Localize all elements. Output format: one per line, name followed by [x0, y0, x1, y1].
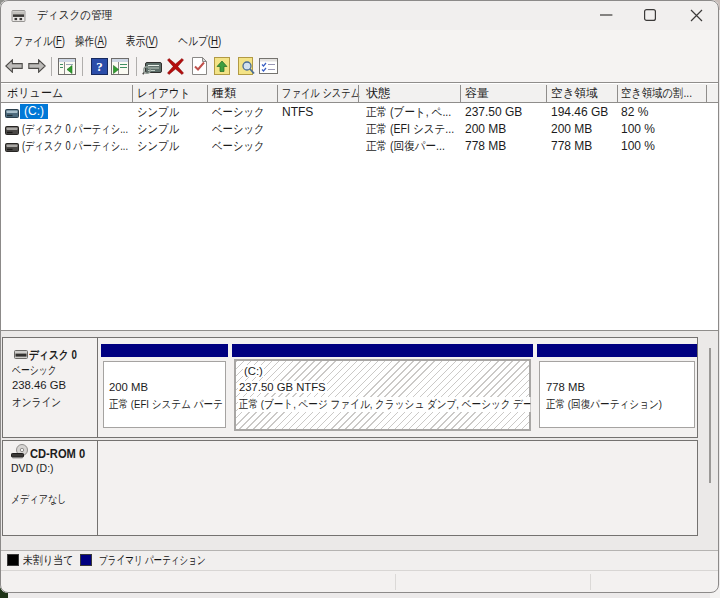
cdrom-row: [2, 440, 698, 536]
cell-layout: シンプル: [137, 104, 179, 121]
disk0-type: ベーシック: [12, 363, 57, 378]
column-header-free[interactable]: 空き領域: [551, 84, 598, 102]
column-header-type[interactable]: 種類: [212, 84, 236, 102]
statusbar: [0, 571, 719, 592]
cell-free: 194.46 GB: [551, 104, 608, 121]
column-divider[interactable]: [132, 85, 133, 102]
volume-row-recovery[interactable]: (ディスク 0 パーティシ... シンプル ベーシック 正常 (回復パー... …: [0, 138, 718, 155]
cell-free: 200 MB: [551, 121, 592, 138]
column-divider[interactable]: [277, 85, 278, 102]
column-header-status[interactable]: 状態: [366, 84, 390, 102]
column-header-volume[interactable]: ボリューム: [7, 84, 63, 102]
document-check-icon[interactable]: [192, 57, 207, 75]
legend-label-primary: プライマリ パーティション: [99, 551, 206, 570]
svg-text:?: ?: [96, 59, 103, 74]
help-icon[interactable]: ?: [91, 58, 108, 75]
partition-efi[interactable]: [103, 361, 226, 428]
volume-row-efi[interactable]: (ディスク 0 パーティシ... シンプル ベーシック 正常 (EFI システ.…: [0, 121, 718, 138]
panel-divider: [97, 441, 98, 535]
partition-efi-band: [101, 344, 228, 357]
show-action-pane-icon[interactable]: [111, 58, 129, 75]
menu-view[interactable]: 表示(V): [126, 30, 158, 52]
volume-row-c[interactable]: (C:) シンプル ベーシック NTFS 正常 (ブート, ペ... 237.5…: [0, 104, 718, 121]
disk0-status: オンライン: [12, 395, 61, 410]
cell-type: ベーシック: [212, 138, 265, 155]
scrollbar-thumb[interactable]: [709, 348, 711, 483]
cell-filesystem: NTFS: [282, 104, 313, 121]
column-divider[interactable]: [460, 85, 461, 102]
legend-swatch-unallocated: [7, 554, 19, 566]
toolbar-separator: [51, 57, 52, 76]
folder-up-icon[interactable]: [214, 57, 230, 75]
app-icon: [11, 10, 26, 22]
toolbar-separator: [136, 57, 137, 76]
cdrom-name[interactable]: CD-ROM 0: [30, 447, 85, 461]
back-icon[interactable]: [5, 59, 23, 73]
disk0-size: 238.46 GB: [12, 379, 66, 391]
cell-layout: シンプル: [137, 138, 179, 155]
close-button[interactable]: [674, 0, 718, 30]
column-divider[interactable]: [617, 85, 618, 102]
column-divider[interactable]: [706, 85, 707, 102]
document-search-icon[interactable]: [238, 57, 255, 75]
column-header-layout[interactable]: レイアウト: [137, 84, 190, 102]
volume-icon: [5, 143, 19, 152]
column-divider[interactable]: [207, 85, 208, 102]
partition-efi-status: 正常 (EFI システム パーテ: [109, 397, 223, 412]
cell-status: 正常 (EFI システ...: [366, 121, 454, 138]
partition-efi-size: 200 MB: [109, 381, 148, 393]
partition-recovery-status: 正常 (回復パーティション): [546, 397, 662, 412]
cell-layout: シンプル: [137, 121, 179, 138]
cell-free-pct: 100 %: [621, 121, 655, 138]
menu-file[interactable]: ファイル(F): [13, 30, 65, 52]
panel-divider: [97, 338, 98, 437]
statusbar-separator: [395, 574, 396, 590]
menu-help[interactable]: ヘルプ(H): [178, 30, 221, 52]
minimize-button[interactable]: [584, 0, 628, 30]
cell-capacity: 778 MB: [465, 138, 506, 155]
toolbar-separator: [82, 57, 83, 76]
window-title: ディスクの管理: [37, 0, 112, 30]
partition-c-status: 正常 (ブート, ページ ファイル, クラッシュ ダンプ, ベーシック データ: [238, 397, 530, 412]
disk-icon: [14, 350, 28, 359]
cdrom-drive: DVD (D:): [11, 462, 54, 474]
partition-recovery[interactable]: [539, 361, 695, 428]
forward-icon[interactable]: [28, 59, 46, 73]
menu-action[interactable]: 操作(A): [75, 30, 107, 52]
volume-icon: [5, 126, 19, 135]
partition-c-label: (C:): [243, 365, 264, 377]
partition-c-size: 237.50 GB NTFS: [238, 381, 327, 393]
cell-free-pct: 100 %: [621, 138, 655, 155]
legend-swatch-primary: [80, 554, 92, 566]
show-console-tree-icon[interactable]: [58, 58, 76, 75]
column-header-filesystem[interactable]: ファイル システム: [282, 84, 360, 102]
partition-recovery-size: 778 MB: [546, 381, 585, 393]
checklist-icon[interactable]: [259, 58, 278, 74]
cell-free: 778 MB: [551, 138, 592, 155]
cell-volume: (ディスク 0 パーティシ...: [22, 138, 128, 155]
legend-label-unallocated: 未割り当て: [23, 551, 74, 570]
column-divider[interactable]: [546, 85, 547, 102]
maximize-icon: [644, 9, 656, 21]
maximize-button[interactable]: [628, 0, 672, 30]
cdrom-media: メディアなし: [11, 492, 67, 507]
minimize-icon: [600, 14, 613, 16]
disk-management-window: ディスクの管理 ファイル(F) 操作(A) 表示(V) ヘルプ(H): [0, 0, 719, 593]
cell-type: ベーシック: [212, 104, 265, 121]
delete-icon[interactable]: [167, 58, 184, 75]
properties-icon[interactable]: [142, 59, 163, 75]
partition-c[interactable]: [234, 359, 531, 431]
cell-volume: (ディスク 0 パーティシ...: [22, 121, 128, 138]
statusbar-separator: [590, 574, 591, 590]
column-header-capacity[interactable]: 容量: [465, 84, 489, 102]
selected-volume-label[interactable]: (C:): [20, 104, 48, 119]
cell-capacity: 237.50 GB: [465, 104, 522, 121]
legend: 未割り当て プライマリ パーティション: [0, 551, 719, 570]
partition-recovery-band: [537, 344, 697, 357]
close-icon: [690, 9, 703, 22]
cell-capacity: 200 MB: [465, 121, 506, 138]
volume-icon: [5, 109, 19, 118]
column-header-free-pct[interactable]: 空き領域の割...: [621, 84, 692, 102]
column-divider[interactable]: [358, 85, 359, 102]
disk0-name[interactable]: ディスク 0: [29, 347, 77, 364]
